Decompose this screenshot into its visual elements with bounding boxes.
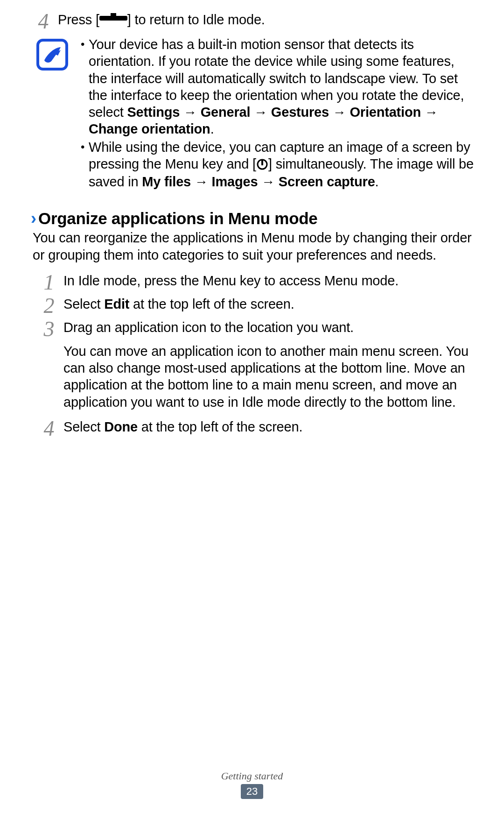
note-item-2: • While using the device, you can captur… [77, 139, 476, 191]
end-call-key-icon [99, 12, 127, 28]
step-4-top: 4 Press [] to return to Idle mode. [34, 12, 476, 32]
note-item-1: • Your device has a built-in motion sens… [77, 36, 476, 138]
info-note: • Your device has a built-in motion sens… [36, 36, 476, 191]
step-number: 4 [39, 418, 59, 439]
note-icon [36, 39, 68, 71]
section-intro: You can reorganize the applications in M… [33, 229, 476, 263]
section-heading-row: › Organize applications in Menu mode [31, 209, 476, 228]
text: . [375, 174, 379, 189]
step-number: 2 [39, 295, 59, 317]
steps-list: 1 In Idle mode, press the Menu key to ac… [34, 273, 476, 439]
note-text: Your device has a built-in motion sensor… [89, 36, 476, 138]
bold: Edit [104, 297, 129, 311]
page-number-badge: 23 [241, 784, 263, 799]
text: at the top left of the screen. [129, 297, 294, 311]
chevron-right-icon: › [31, 209, 36, 228]
bold-path: My files → Images → Screen capture [142, 174, 375, 189]
section-heading: Organize applications in Menu mode [38, 209, 318, 228]
step-1: 1 In Idle mode, press the Menu key to ac… [39, 273, 476, 293]
text: ] to return to Idle mode. [127, 12, 265, 27]
step-2: 2 Select Edit at the top left of the scr… [39, 296, 476, 317]
step-text: Select Done at the top left of the scree… [63, 419, 476, 435]
page-footer: Getting started 23 [0, 770, 504, 799]
step-3: 3 Drag an application icon to the locati… [39, 319, 476, 340]
bullet-icon: • [77, 36, 89, 53]
bold: Done [104, 419, 138, 434]
bullet-icon: • [77, 139, 89, 156]
text: . [210, 121, 214, 136]
text: Select [63, 419, 104, 434]
footer-section-label: Getting started [0, 770, 504, 782]
manual-page: 4 Press [] to return to Idle mode. • You… [0, 0, 504, 827]
bold-path: Settings → General → Gestures → Orientat… [89, 105, 438, 136]
step-text: Drag an application icon to the location… [63, 319, 476, 336]
step-4: 4 Select Done at the top left of the scr… [39, 419, 476, 439]
step-number: 4 [34, 11, 53, 32]
step-text: Select Edit at the top left of the scree… [63, 296, 476, 312]
step-3-detail: You can move an application icon to anot… [63, 343, 476, 410]
step-number: 1 [39, 272, 59, 293]
note-body: • Your device has a built-in motion sens… [77, 36, 476, 191]
text: at the top left of the screen. [138, 419, 302, 434]
svg-rect-1 [111, 13, 116, 18]
step-number: 3 [39, 318, 59, 340]
note-text: While using the device, you can capture … [89, 139, 476, 191]
text: Press [ [58, 12, 99, 27]
power-key-icon [256, 156, 268, 172]
step-text: In Idle mode, press the Menu key to acce… [63, 273, 476, 289]
text: Select [63, 297, 104, 311]
svg-rect-3 [261, 160, 263, 165]
step-4-text: Press [] to return to Idle mode. [58, 12, 476, 29]
